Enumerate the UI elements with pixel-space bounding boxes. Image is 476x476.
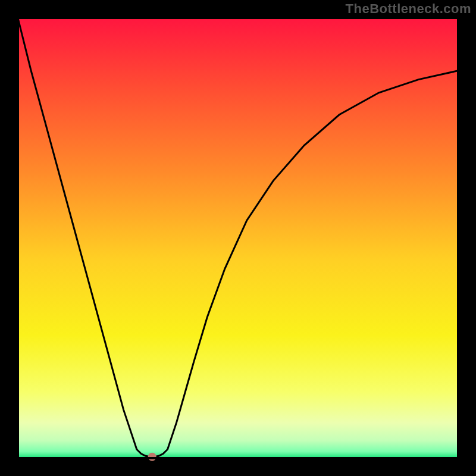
marker-dot xyxy=(148,453,156,461)
watermark-text: TheBottleneck.com xyxy=(346,1,471,17)
chart-container: TheBottleneck.com xyxy=(0,0,476,476)
bottleneck-chart xyxy=(0,0,476,476)
